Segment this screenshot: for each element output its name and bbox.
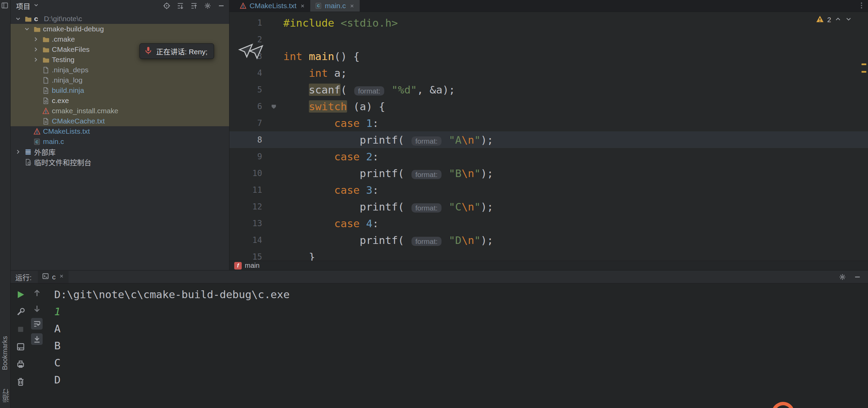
line-number[interactable]: 4 xyxy=(229,68,270,78)
code-line-9[interactable]: 9 case 2: xyxy=(229,148,868,165)
run-tab-c[interactable]: c xyxy=(38,271,69,283)
tree-item-.ninja_deps[interactable]: .ninja_deps xyxy=(11,65,229,75)
project-title[interactable]: 项目 xyxy=(16,1,30,11)
run-action-hide[interactable] xyxy=(854,273,861,281)
code-line-2[interactable]: 2 xyxy=(229,31,868,48)
code-text: switch (a) { xyxy=(283,100,385,113)
speaking-text: 正在讲话: Reny; xyxy=(156,46,208,56)
tab-main.c[interactable]: Cmain.c xyxy=(310,0,360,12)
run-tool-stop[interactable] xyxy=(15,323,26,335)
fold-marker[interactable] xyxy=(270,103,283,110)
expand-all-icon xyxy=(177,2,184,10)
arrow-down-icon xyxy=(32,304,42,313)
line-number[interactable]: 15 xyxy=(229,252,270,261)
code-line-15[interactable]: 15 } xyxy=(229,248,868,261)
token xyxy=(283,134,360,146)
run-tool-printer[interactable] xyxy=(15,358,26,370)
code-line-13[interactable]: 13 case 4: xyxy=(229,215,868,232)
tab-cmakelists.txt[interactable]: CMakeLists.txt xyxy=(235,0,310,12)
code-editor[interactable]: 1#include <stdio.h>23int main() {4 int a… xyxy=(229,12,868,261)
tree-caret-right[interactable] xyxy=(32,46,40,53)
code-line-3[interactable]: 3int main() { xyxy=(229,48,868,64)
line-number[interactable]: 6 xyxy=(229,102,270,111)
code-line-6[interactable]: 6 switch (a) { xyxy=(229,98,868,115)
tree-item-外部库[interactable]: 外部库 xyxy=(11,147,229,157)
arrow-up-icon xyxy=(32,289,42,298)
project-action-collapse-all[interactable] xyxy=(190,2,198,10)
tree-item-cmakelists.txt[interactable]: CMakeLists.txt xyxy=(11,126,229,136)
run-action-settings[interactable] xyxy=(839,273,846,281)
tree-item-临时文件和控制台[interactable]: 临时文件和控制台 xyxy=(11,157,229,167)
line-number[interactable]: 1 xyxy=(229,18,270,28)
code-line-7[interactable]: 7 case 1: xyxy=(229,115,868,131)
project-action-expand-all[interactable] xyxy=(177,2,184,10)
run-tool-rerun[interactable] xyxy=(15,289,26,300)
tree-caret-right[interactable] xyxy=(32,36,40,43)
project-action-settings[interactable] xyxy=(204,2,211,10)
tree-caret-down[interactable] xyxy=(23,26,31,32)
run-tool-arrow-down[interactable] xyxy=(31,303,43,314)
run-tool-layout[interactable] xyxy=(15,341,26,352)
tree-caret-right[interactable] xyxy=(32,56,40,63)
stripe-button-运行[interactable]: 运行 xyxy=(1,389,11,403)
line-number[interactable]: 10 xyxy=(229,169,270,178)
run-tab-close-icon[interactable] xyxy=(59,273,64,279)
code-line-1[interactable]: 1#include <stdio.h> xyxy=(229,14,868,31)
code-text: printf( format: "C\n"); xyxy=(283,201,493,213)
console-output[interactable]: D:\git\note\c\cmake-build-debug\c.exe1AB… xyxy=(54,286,868,408)
cmake-icon xyxy=(240,2,246,9)
code-line-10[interactable]: 10 printf( format: "B\n"); xyxy=(229,165,868,181)
code-line-4[interactable]: 4 int a; xyxy=(229,64,868,81)
line-number[interactable]: 8 xyxy=(229,135,270,145)
inspections-widget[interactable]: 2 xyxy=(816,15,852,25)
run-tool-soft-wrap[interactable] xyxy=(31,318,43,330)
token: case xyxy=(334,184,360,196)
code-line-5[interactable]: 5 scanf( format: "%d", &a); xyxy=(229,81,868,98)
tree-item-.ninja_log[interactable]: .ninja_log xyxy=(11,75,229,85)
tree-item-c[interactable]: cD:\git\note\c xyxy=(11,14,229,24)
line-number[interactable]: 9 xyxy=(229,152,270,161)
tree-item-main.c[interactable]: Cmain.c xyxy=(11,136,229,147)
breadcrumb: fmain xyxy=(229,261,868,270)
code-text: printf( format: "B\n"); xyxy=(283,167,493,179)
tree-item-cmake_install.cmake[interactable]: cmake_install.cmake xyxy=(11,106,229,116)
run-tool-scroll-end[interactable] xyxy=(31,333,43,345)
run-tool-wrench[interactable] xyxy=(15,306,26,318)
project-title-caret-icon[interactable] xyxy=(33,2,39,8)
tab-close[interactable] xyxy=(300,3,305,9)
project-action-locate[interactable] xyxy=(163,2,170,10)
parameter-hint: format: xyxy=(411,170,441,179)
line-number[interactable]: 7 xyxy=(229,118,270,128)
project-action-hide[interactable] xyxy=(218,2,225,10)
line-number[interactable]: 5 xyxy=(229,85,270,94)
line-number[interactable]: 13 xyxy=(229,219,270,228)
code-line-8[interactable]: 8 printf( format: "A\n"); xyxy=(229,131,868,148)
tree-caret-right[interactable] xyxy=(14,148,22,155)
tab-bar-options[interactable] xyxy=(858,2,865,11)
run-tool-trash[interactable] xyxy=(15,376,26,387)
code-line-11[interactable]: 11 case 3: xyxy=(229,181,868,198)
breadcrumb-item-main[interactable]: main xyxy=(245,262,259,269)
tree-caret-down[interactable] xyxy=(14,15,22,22)
run-tool-arrow-up[interactable] xyxy=(31,287,43,299)
tree-item-build.ninja[interactable]: build.ninja xyxy=(11,85,229,96)
tree-item-.cmake[interactable]: .cmake xyxy=(11,34,229,44)
tab-close[interactable] xyxy=(349,3,355,9)
wrench-icon xyxy=(16,307,25,317)
tab-label: main.c xyxy=(325,2,346,10)
tree-item-cmake-build-debug[interactable]: cmake-build-debug xyxy=(11,24,229,34)
libraries-icon xyxy=(25,148,32,156)
tree-item-c.exe[interactable]: c.exe xyxy=(11,96,229,106)
stripe-button-bookmarks[interactable]: Bookmarks xyxy=(1,336,9,370)
tree-item-cmakecache.txt[interactable]: CMakeCache.txt xyxy=(11,116,229,126)
project-stripe-icon[interactable] xyxy=(1,2,9,9)
line-number[interactable]: 14 xyxy=(229,235,270,245)
next-problem-icon[interactable] xyxy=(845,15,852,23)
token: , &a); xyxy=(417,84,455,96)
line-number[interactable]: 11 xyxy=(229,185,270,195)
collapse-all-icon xyxy=(190,2,198,10)
line-number[interactable]: 12 xyxy=(229,202,270,212)
code-line-14[interactable]: 14 printf( format: "D\n"); xyxy=(229,232,868,248)
code-line-12[interactable]: 12 printf( format: "C\n"); xyxy=(229,198,868,215)
prev-problem-icon[interactable] xyxy=(834,15,842,23)
